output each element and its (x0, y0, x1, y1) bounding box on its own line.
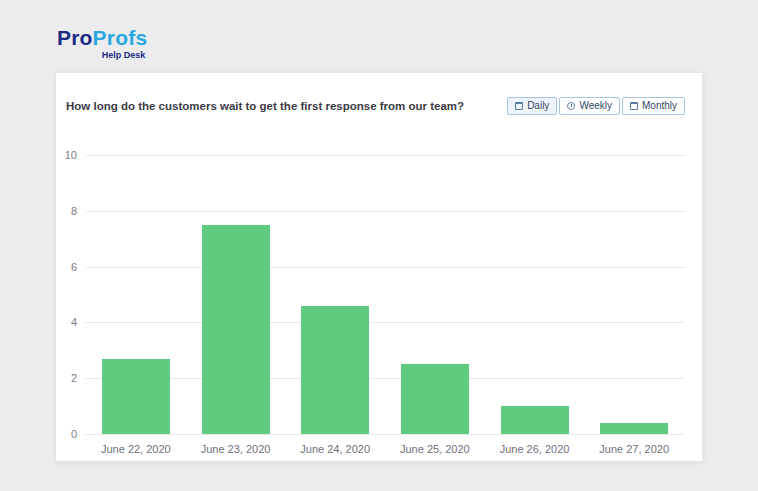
logo-text-pro: Pro (57, 26, 93, 49)
calendar-icon (630, 102, 638, 110)
bar-June 25, 2020 (401, 364, 469, 434)
y-axis-tick-label: 8 (71, 204, 77, 218)
y-axis-tick-label: 2 (71, 371, 77, 385)
weekly-button[interactable]: Weekly (559, 97, 620, 115)
bar-slot (584, 423, 684, 434)
interval-toggle-group: Daily Weekly Monthly (507, 97, 685, 115)
daily-button[interactable]: Daily (507, 97, 557, 115)
bar-June 27, 2020 (600, 423, 668, 434)
x-axis-tick-label: June 25, 2020 (385, 443, 485, 455)
x-axis-labels: June 22, 2020June 23, 2020June 24, 2020J… (86, 443, 684, 455)
bar-June 23, 2020 (202, 225, 270, 434)
bar-slot (385, 364, 485, 434)
y-axis-tick-label: 4 (71, 315, 77, 329)
weekly-button-label: Weekly (579, 101, 612, 111)
bars-container (86, 155, 684, 434)
monthly-button-label: Monthly (642, 101, 677, 111)
card-header: How long do the customers wait to get th… (56, 73, 702, 115)
y-axis-tick-label: 6 (71, 260, 77, 274)
question-title: How long do the customers wait to get th… (66, 100, 464, 112)
bar-June 24, 2020 (301, 306, 369, 434)
bar-slot (86, 359, 186, 434)
y-axis-tick-label: 10 (65, 148, 77, 162)
x-axis-tick-label: June 23, 2020 (186, 443, 286, 455)
x-axis-tick-label: June 26, 2020 (485, 443, 585, 455)
bar-chart: 0246810 June 22, 2020June 23, 2020June 2… (86, 155, 684, 455)
monthly-button[interactable]: Monthly (622, 97, 685, 115)
daily-button-label: Daily (527, 101, 549, 111)
x-axis-tick-label: June 24, 2020 (285, 443, 385, 455)
x-axis-tick-label: June 27, 2020 (584, 443, 684, 455)
logo-subtitle: Help Desk (57, 50, 147, 60)
bar-slot (485, 406, 585, 434)
bar-June 22, 2020 (102, 359, 170, 434)
y-axis-tick-label: 0 (71, 427, 77, 441)
logo-text-profs: Profs (93, 26, 148, 49)
report-card: How long do the customers wait to get th… (55, 72, 703, 462)
bar-slot (186, 225, 286, 434)
bar-slot (285, 306, 385, 434)
logo-wordmark: ProProfs (57, 27, 147, 49)
calendar-icon (515, 102, 523, 110)
proprofs-logo: ProProfs Help Desk (57, 27, 147, 60)
chart-plot-area: 0246810 (86, 155, 684, 434)
gridline (86, 434, 684, 435)
bar-June 26, 2020 (501, 406, 569, 434)
x-axis-tick-label: June 22, 2020 (86, 443, 186, 455)
clock-icon (567, 102, 575, 110)
